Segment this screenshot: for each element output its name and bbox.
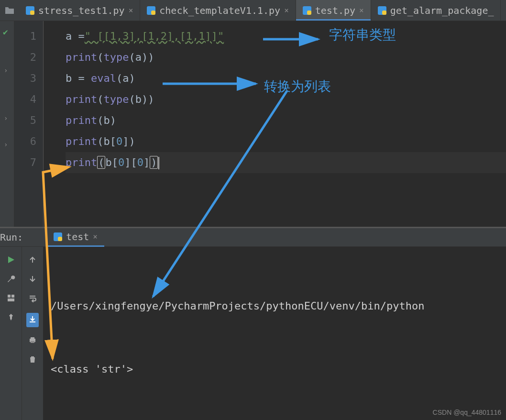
tab-label: test.py bbox=[315, 5, 355, 16]
soft-wrap-icon[interactable] bbox=[28, 294, 37, 304]
close-icon[interactable]: × bbox=[284, 6, 289, 15]
tab-check-template[interactable]: check_templateV1.1.py × bbox=[140, 0, 296, 21]
tab-label: check_templateV1.1.py bbox=[159, 5, 280, 16]
python-file-icon bbox=[378, 6, 386, 15]
console-output[interactable]: /Users/xingfengye/PycharmProjects/python… bbox=[43, 247, 506, 420]
line-number: 2 bbox=[14, 47, 36, 68]
console-line: <class 'str'> bbox=[51, 359, 506, 380]
arrow-down-icon[interactable] bbox=[28, 275, 37, 285]
line-number: 4 bbox=[14, 89, 36, 110]
arrow-up-icon[interactable] bbox=[28, 255, 37, 266]
run-tool-window: Run: test × bbox=[0, 227, 506, 420]
line-number: 7 bbox=[14, 152, 36, 173]
python-file-icon bbox=[303, 6, 311, 15]
fold-caret-icon[interactable]: › bbox=[4, 66, 8, 74]
close-icon[interactable]: × bbox=[93, 232, 98, 241]
editor-area: ✔ › › › 1 2 3 4 5 6 7 a =" [[1,3],[1,2],… bbox=[0, 21, 506, 227]
code-editor[interactable]: a =" [[1,3],[1,2],[1,1]]" print(type(a))… bbox=[43, 21, 506, 227]
close-icon[interactable]: × bbox=[129, 6, 133, 15]
svg-rect-10 bbox=[8, 295, 11, 298]
console-line: /Users/xingfengye/PycharmProjects/python… bbox=[51, 296, 506, 317]
text-caret bbox=[158, 157, 159, 169]
tab-label: get_alarm_package_ bbox=[390, 5, 494, 16]
svg-rect-9 bbox=[58, 237, 62, 241]
fold-caret-icon[interactable]: › bbox=[4, 114, 8, 122]
python-file-icon bbox=[26, 6, 34, 15]
project-folder-icon[interactable] bbox=[0, 0, 19, 21]
run-toolbar-right bbox=[22, 247, 43, 420]
fold-caret-icon[interactable]: › bbox=[4, 141, 8, 148]
tab-stress-test[interactable]: stress_test1.py × bbox=[19, 0, 140, 21]
pin-icon[interactable] bbox=[7, 313, 15, 323]
checkmark-icon: ✔ bbox=[3, 27, 8, 37]
run-icon[interactable] bbox=[7, 255, 15, 266]
line-number-gutter: 1 2 3 4 5 6 7 bbox=[14, 21, 43, 227]
left-gutter: ✔ › › › bbox=[0, 21, 14, 227]
svg-rect-12 bbox=[8, 298, 14, 301]
svg-rect-11 bbox=[11, 295, 14, 298]
svg-rect-3 bbox=[151, 11, 155, 15]
editor-tab-bar: stress_test1.py × check_templateV1.1.py … bbox=[0, 0, 506, 21]
svg-rect-15 bbox=[31, 341, 34, 343]
svg-rect-7 bbox=[382, 11, 386, 15]
tab-get-alarm[interactable]: get_alarm_package_ bbox=[371, 0, 501, 21]
run-label: Run: bbox=[0, 232, 28, 243]
trash-icon[interactable] bbox=[28, 355, 37, 365]
svg-rect-5 bbox=[307, 11, 311, 15]
python-file-icon bbox=[54, 232, 62, 241]
svg-rect-1 bbox=[30, 11, 34, 15]
line-number: 1 bbox=[14, 26, 36, 47]
line-number: 3 bbox=[14, 68, 36, 89]
line-number: 5 bbox=[14, 110, 36, 131]
watermark: CSDN @qq_44801116 bbox=[433, 409, 501, 416]
close-icon[interactable]: × bbox=[359, 6, 364, 15]
layout-icon[interactable] bbox=[7, 294, 15, 304]
run-toolbar-left bbox=[0, 247, 22, 420]
line-number: 6 bbox=[14, 131, 36, 152]
print-icon[interactable] bbox=[28, 336, 37, 346]
run-tab-label: test bbox=[66, 231, 89, 243]
tab-test[interactable]: test.py × bbox=[296, 0, 371, 21]
wrench-icon[interactable] bbox=[7, 275, 15, 285]
scroll-to-end-icon[interactable] bbox=[26, 313, 39, 327]
svg-rect-14 bbox=[31, 337, 34, 339]
tab-label: stress_test1.py bbox=[38, 5, 125, 16]
python-file-icon bbox=[147, 6, 155, 15]
run-tab-test[interactable]: test × bbox=[47, 228, 104, 247]
